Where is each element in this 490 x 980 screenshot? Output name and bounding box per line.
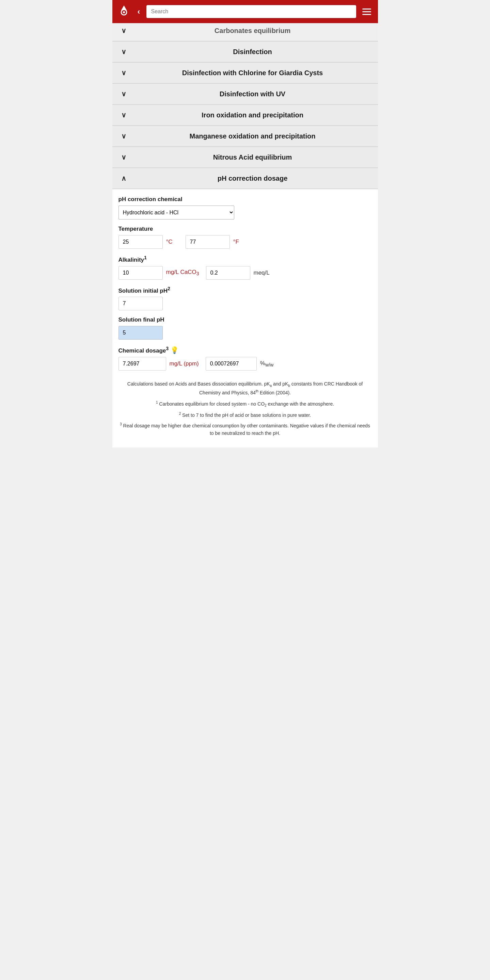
chevron-carbonates: ∨ [119, 27, 129, 35]
chevron-manganese: ∨ [119, 132, 129, 140]
footnote-2: 2 Set to 7 to find the pH of acid or bas… [118, 411, 372, 419]
alkalinity-group: Alkalinity1 mg/L CaCO3 meq/L [118, 255, 372, 280]
menu-label-manganese: Manganese oxidation and precipitation [134, 132, 371, 140]
temperature-label: Temperature [118, 226, 372, 232]
footnote-3: 3 Real dosage may be higher due chemical… [118, 422, 372, 437]
dosage-label: Chemical dosage3 💡 [118, 346, 372, 354]
alkalinity-mgl-unit: mg/L CaCO3 [166, 269, 199, 276]
final-ph-label: Solution final pH [118, 317, 372, 323]
search-input[interactable] [147, 5, 356, 18]
initial-ph-label: Solution initial pH2 [118, 286, 372, 294]
dosage-group: Chemical dosage3 💡 mg/L (ppm) %w/w [118, 346, 372, 371]
footnotes: Calculations based on Acids and Bases di… [118, 380, 372, 437]
dosage-mgl-unit: mg/L (ppm) [169, 360, 199, 367]
chevron-disinfection-uv: ∨ [119, 90, 129, 98]
menu-item-disinfection-chlorine[interactable]: ∨ Disinfection with Chlorine for Giardia… [112, 63, 378, 83]
alkalinity-label: Alkalinity1 [118, 255, 372, 263]
dosage-row: mg/L (ppm) %w/w [118, 357, 372, 371]
menu-item-nitrous[interactable]: ∨ Nitrous Acid equilibrium [112, 147, 378, 168]
svg-point-3 [123, 11, 125, 13]
temperature-f-input[interactable] [185, 235, 230, 249]
final-ph-input[interactable] [118, 326, 163, 340]
menu-list: ∨ Carbonates equilibrium ∨ Disinfection … [112, 23, 378, 447]
initial-ph-input[interactable] [118, 297, 163, 310]
chevron-nitrous: ∨ [119, 153, 129, 161]
final-ph-group: Solution final pH [118, 317, 372, 340]
menu-item-carbonates[interactable]: ∨ Carbonates equilibrium [112, 23, 378, 41]
menu-item-disinfection-uv[interactable]: ∨ Disinfection with UV [112, 84, 378, 105]
chevron-ph-correction: ∧ [119, 174, 129, 182]
alkalinity-meq-input[interactable] [206, 266, 250, 280]
chevron-iron: ∨ [119, 111, 129, 119]
menu-label-disinfection: Disinfection [134, 48, 371, 56]
initial-ph-row [118, 297, 372, 310]
menu-line-2 [362, 11, 371, 12]
menu-label-disinfection-chlorine: Disinfection with Chlorine for Giardia C… [134, 69, 371, 77]
menu-label-iron: Iron oxidation and precipitation [134, 111, 371, 119]
menu-item-disinfection[interactable]: ∨ Disinfection [112, 41, 378, 62]
dosage-pct-unit: %w/w [260, 360, 274, 368]
initial-ph-group: Solution initial pH2 [118, 286, 372, 311]
chevron-disinfection: ∨ [119, 48, 129, 56]
menu-button[interactable] [359, 7, 374, 16]
dosage-pct-output[interactable] [206, 357, 257, 371]
final-ph-row [118, 326, 372, 340]
menu-label-carbonates: Carbonates equilibrium [134, 27, 371, 35]
alkalinity-meq-unit: meq/L [254, 269, 270, 276]
menu-line-1 [362, 8, 371, 10]
chevron-disinfection-chlorine: ∨ [119, 69, 129, 77]
temperature-f-unit: °F [233, 239, 239, 245]
temperature-c-input[interactable] [118, 235, 163, 249]
footnote-intro: Calculations based on Acids and Bases di… [118, 380, 372, 396]
app-header: ‹ [112, 0, 378, 23]
app-logo[interactable] [117, 3, 131, 20]
dosage-mgl-output[interactable] [118, 357, 166, 371]
chemical-group: pH correction chemical Hydrochloric acid… [118, 196, 372, 220]
menu-label-disinfection-uv: Disinfection with UV [134, 90, 371, 98]
temperature-group: Temperature °C °F [118, 226, 372, 249]
menu-item-ph-correction[interactable]: ∧ pH correction dosage [112, 168, 378, 189]
menu-line-3 [362, 14, 371, 15]
temperature-row: °C °F [118, 235, 372, 249]
alkalinity-row: mg/L CaCO3 meq/L [118, 266, 372, 280]
chemical-label: pH correction chemical [118, 196, 372, 203]
temperature-c-unit: °C [166, 239, 172, 245]
chemical-select[interactable]: Hydrochloric acid - HCl Sulfuric acid - … [118, 205, 234, 220]
menu-label-nitrous: Nitrous Acid equilibrium [134, 153, 371, 161]
back-button[interactable]: ‹ [135, 5, 143, 18]
lightbulb-icon[interactable]: 💡 [170, 347, 179, 354]
alkalinity-mgl-input[interactable] [118, 266, 163, 280]
footnote-1: 1 Carbonates equilibrium for closed syst… [118, 400, 372, 408]
ph-correction-section: pH correction chemical Hydrochloric acid… [112, 189, 378, 447]
menu-item-manganese[interactable]: ∨ Manganese oxidation and precipitation [112, 126, 378, 147]
menu-item-iron[interactable]: ∨ Iron oxidation and precipitation [112, 105, 378, 126]
menu-label-ph-correction: pH correction dosage [134, 175, 371, 182]
